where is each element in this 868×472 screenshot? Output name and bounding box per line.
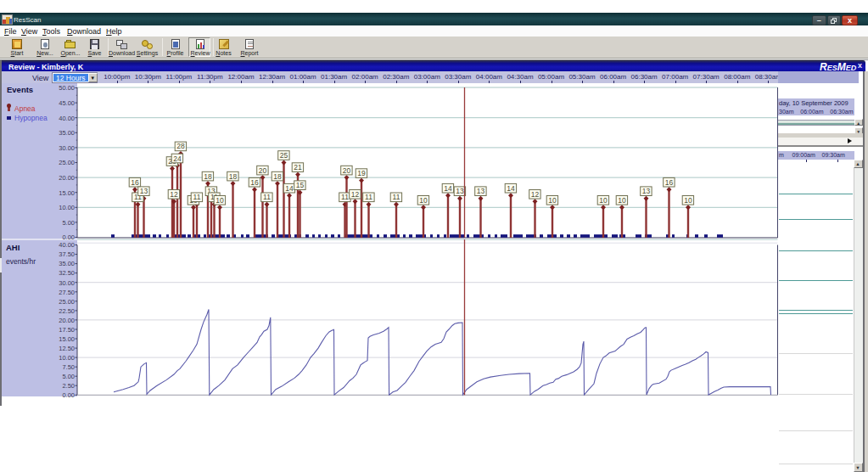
svg-text:50.00: 50.00	[59, 84, 75, 92]
svg-text:10.00: 10.00	[59, 354, 75, 362]
svg-text:10: 10	[684, 196, 692, 205]
svg-text:45.00: 45.00	[59, 99, 75, 107]
svg-text:5.00: 5.00	[62, 219, 75, 227]
svg-text:32.50: 32.50	[59, 269, 75, 277]
svg-text:17.50: 17.50	[59, 326, 75, 334]
svg-text:25: 25	[280, 151, 288, 160]
svg-text:13: 13	[140, 187, 148, 195]
svg-text:12: 12	[351, 190, 360, 199]
svg-text:40.00: 40.00	[59, 241, 75, 249]
svg-text:19: 19	[357, 169, 366, 177]
svg-text:10.00: 10.00	[59, 204, 75, 211]
svg-text:14: 14	[285, 184, 294, 193]
svg-text:20.00: 20.00	[59, 317, 75, 324]
svg-text:12: 12	[531, 190, 540, 199]
svg-text:40.00: 40.00	[59, 115, 75, 122]
svg-text:13: 13	[642, 187, 651, 195]
svg-text:11: 11	[365, 193, 372, 201]
svg-text:13: 13	[456, 187, 464, 195]
svg-text:20: 20	[343, 166, 351, 175]
svg-text:11: 11	[263, 193, 271, 201]
svg-text:13: 13	[477, 187, 485, 195]
svg-text:11: 11	[341, 193, 349, 201]
svg-text:18: 18	[229, 172, 238, 181]
svg-text:10: 10	[618, 196, 626, 205]
svg-text:21: 21	[294, 163, 302, 171]
svg-text:37.50: 37.50	[59, 250, 75, 258]
svg-text:15: 15	[296, 181, 305, 189]
svg-text:7.50: 7.50	[62, 363, 75, 371]
svg-text:15.00: 15.00	[59, 335, 75, 343]
svg-text:2.50: 2.50	[62, 382, 75, 390]
svg-text:10: 10	[599, 196, 608, 205]
svg-text:35.00: 35.00	[59, 129, 75, 137]
svg-text:22.50: 22.50	[59, 307, 75, 315]
svg-text:30.00: 30.00	[59, 144, 75, 152]
svg-text:35.00: 35.00	[59, 260, 75, 267]
svg-text:10: 10	[419, 196, 428, 205]
svg-text:28: 28	[176, 142, 185, 150]
svg-text:30.00: 30.00	[59, 279, 75, 287]
svg-text:5.00: 5.00	[62, 373, 75, 380]
svg-text:16: 16	[665, 178, 674, 187]
svg-text:12: 12	[170, 190, 178, 199]
svg-text:18: 18	[273, 172, 282, 181]
svg-text:15.00: 15.00	[59, 189, 75, 197]
svg-text:27.50: 27.50	[59, 289, 75, 296]
svg-text:25.00: 25.00	[59, 159, 75, 166]
svg-text:24: 24	[173, 155, 182, 163]
svg-text:20: 20	[259, 166, 267, 175]
svg-text:10: 10	[548, 196, 557, 205]
svg-text:18: 18	[204, 172, 212, 181]
svg-text:14: 14	[444, 184, 452, 193]
svg-text:11: 11	[193, 193, 201, 201]
svg-text:16: 16	[250, 178, 259, 187]
svg-text:25.00: 25.00	[59, 298, 75, 306]
svg-text:14: 14	[507, 184, 515, 193]
svg-text:12.50: 12.50	[59, 345, 75, 352]
svg-text:20.00: 20.00	[59, 174, 75, 182]
svg-text:10: 10	[216, 196, 224, 205]
svg-text:16: 16	[131, 178, 139, 187]
svg-text:0.00: 0.00	[62, 391, 75, 399]
svg-text:0.00: 0.00	[62, 233, 75, 241]
svg-text:11: 11	[393, 193, 400, 201]
